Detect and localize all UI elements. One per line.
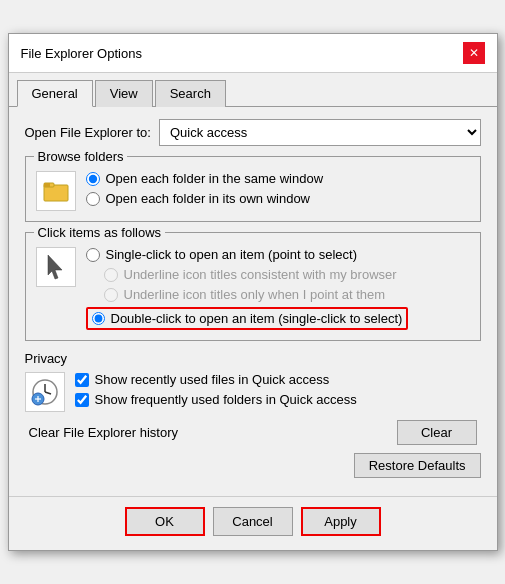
privacy-checkboxes: Show recently used files in Quick access… <box>75 372 357 407</box>
tab-general[interactable]: General <box>17 80 93 107</box>
open-to-label: Open File Explorer to: <box>25 125 151 140</box>
clear-history-row: Clear File Explorer history Clear <box>25 420 481 445</box>
clear-button[interactable]: Clear <box>397 420 477 445</box>
dialog-footer: OK Cancel Apply <box>9 496 497 550</box>
open-explorer-row: Open File Explorer to: Quick access This… <box>25 119 481 146</box>
show-frequent-folders-label: Show frequently used folders in Quick ac… <box>95 392 357 407</box>
double-click-label: Double-click to open an item (single-cli… <box>111 311 403 326</box>
title-bar: File Explorer Options ✕ <box>9 34 497 73</box>
open-to-select[interactable]: Quick access This PC <box>159 119 481 146</box>
folder-icon <box>36 171 76 211</box>
open-to-dropdown-wrapper: Quick access This PC <box>159 119 481 146</box>
dialog-title: File Explorer Options <box>21 46 142 61</box>
cancel-button[interactable]: Cancel <box>213 507 293 536</box>
browse-same-window-radio[interactable] <box>86 172 100 186</box>
show-frequent-folders-option[interactable]: Show frequently used folders in Quick ac… <box>75 392 357 407</box>
double-click-radio[interactable] <box>92 312 105 325</box>
browse-same-window-label: Open each folder in the same window <box>106 171 324 186</box>
tab-content: Open File Explorer to: Quick access This… <box>9 107 497 490</box>
browse-same-window-option[interactable]: Open each folder in the same window <box>86 171 324 186</box>
browse-folders-content: Open each folder in the same window Open… <box>36 171 470 211</box>
underline-hover-option: Underline icon titles only when I point … <box>86 287 409 302</box>
click-items-content: Single-click to open an item (point to s… <box>36 247 470 330</box>
cursor-icon <box>36 247 76 287</box>
privacy-title: Privacy <box>25 351 481 366</box>
double-click-option[interactable]: Double-click to open an item (single-cli… <box>86 307 409 330</box>
restore-defaults-button[interactable]: Restore Defaults <box>354 453 481 478</box>
single-click-label: Single-click to open an item (point to s… <box>106 247 357 262</box>
svg-marker-3 <box>48 255 62 279</box>
click-items-radio-group: Single-click to open an item (point to s… <box>86 247 409 330</box>
tab-bar: General View Search <box>9 73 497 107</box>
click-items-group: Click items as follows Single-click to o… <box>25 232 481 341</box>
show-recent-files-checkbox[interactable] <box>75 373 89 387</box>
click-items-title: Click items as follows <box>34 225 166 240</box>
underline-hover-label: Underline icon titles only when I point … <box>124 287 386 302</box>
browse-own-window-label: Open each folder in its own window <box>106 191 311 206</box>
browse-folders-title: Browse folders <box>34 149 128 164</box>
file-explorer-options-dialog: File Explorer Options ✕ General View Sea… <box>8 33 498 551</box>
privacy-icon <box>25 372 65 412</box>
apply-button[interactable]: Apply <box>301 507 381 536</box>
privacy-content: Show recently used files in Quick access… <box>25 372 481 412</box>
underline-hover-radio <box>104 288 118 302</box>
ok-button[interactable]: OK <box>125 507 205 536</box>
tab-search[interactable]: Search <box>155 80 226 107</box>
underline-browser-label: Underline icon titles consistent with my… <box>124 267 397 282</box>
underline-browser-radio <box>104 268 118 282</box>
show-recent-files-label: Show recently used files in Quick access <box>95 372 330 387</box>
browse-own-window-option[interactable]: Open each folder in its own window <box>86 191 324 206</box>
show-frequent-folders-checkbox[interactable] <box>75 393 89 407</box>
browse-own-window-radio[interactable] <box>86 192 100 206</box>
single-click-option[interactable]: Single-click to open an item (point to s… <box>86 247 409 262</box>
single-click-radio[interactable] <box>86 248 100 262</box>
show-recent-files-option[interactable]: Show recently used files in Quick access <box>75 372 357 387</box>
restore-defaults-row: Restore Defaults <box>25 453 481 478</box>
privacy-section: Privacy Show recently used fil <box>25 351 481 478</box>
clear-history-label: Clear File Explorer history <box>29 425 179 440</box>
browse-folders-group: Browse folders Open each folder in the s… <box>25 156 481 222</box>
browse-folders-radio-group: Open each folder in the same window Open… <box>86 171 324 206</box>
svg-rect-2 <box>44 183 50 187</box>
underline-browser-option: Underline icon titles consistent with my… <box>86 267 409 282</box>
tab-view[interactable]: View <box>95 80 153 107</box>
close-button[interactable]: ✕ <box>463 42 485 64</box>
